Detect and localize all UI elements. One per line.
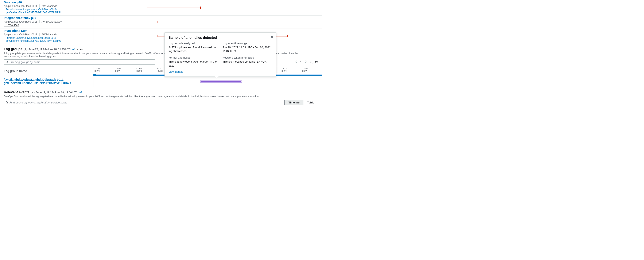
anomaly-row-latency: IntegrationLatency p90 ApigwLambdaDdbSta… bbox=[0, 15, 322, 28]
time-tick: 11:0006/20 bbox=[135, 66, 156, 74]
view-toggle: Timeline Table bbox=[284, 100, 318, 105]
section-daterange: June 20, 11:03–June 20, 11:45 UTC bbox=[29, 48, 71, 51]
svg-line-6 bbox=[317, 63, 318, 63]
toggle-table-button[interactable]: Table bbox=[304, 100, 318, 105]
divider bbox=[40, 4, 40, 7]
svg-line-3 bbox=[312, 63, 313, 63]
svg-point-0 bbox=[6, 61, 8, 63]
section-description: DevOps Guru evaluated the aggregated met… bbox=[4, 95, 302, 98]
chevron-right-icon bbox=[305, 60, 307, 63]
popover-keyword-label: Keyword token anomalies bbox=[222, 56, 272, 59]
popover-records-label: Log records analyzed bbox=[168, 42, 218, 45]
pagination: 1 bbox=[294, 60, 318, 64]
time-tick: 10:5906/20 bbox=[114, 66, 135, 74]
anomaly-title-link[interactable]: Duration p90 bbox=[4, 1, 90, 4]
anomaly-timeline-bar bbox=[158, 22, 219, 22]
section-title: Relevant events bbox=[4, 90, 30, 94]
new-badge: - new bbox=[77, 48, 83, 51]
popover-records-value: 34479 log lines and found 2 anomalous lo… bbox=[168, 45, 218, 53]
anomaly-namespace: AWS/ApiGateway bbox=[42, 20, 62, 23]
popover-keyword-value: This log message contains "ERROR". bbox=[222, 60, 272, 64]
popover-format-value: This is a new event type not seen in the… bbox=[168, 60, 218, 67]
section-title: Log groups bbox=[4, 47, 22, 51]
divider bbox=[40, 20, 40, 23]
svg-line-1 bbox=[8, 63, 8, 63]
section-count: (2) bbox=[30, 90, 35, 94]
anomaly-stack: ApigwLambdaDdbStack-0011 bbox=[4, 20, 37, 23]
page-number: 1 bbox=[300, 60, 302, 64]
events-search[interactable] bbox=[4, 100, 155, 105]
anomaly-row-duration: Duration p90 ApigwLambdaDdbStack-0011 AW… bbox=[0, 0, 322, 15]
anomaly-resources-link[interactable]: 2 resources bbox=[4, 23, 19, 27]
log-groups-search[interactable] bbox=[4, 59, 155, 65]
view-details-link[interactable]: View details bbox=[168, 70, 183, 73]
section-count: (1) bbox=[24, 47, 28, 51]
prev-page-button[interactable] bbox=[294, 60, 298, 64]
anomaly-stack: ApigwLambdaDdbStack-0011 bbox=[4, 33, 37, 36]
anomaly-title-link[interactable]: IntegrationLatency p90 bbox=[4, 16, 90, 19]
info-link[interactable]: Info bbox=[79, 91, 83, 94]
time-tick: 11:0706/20 bbox=[280, 66, 301, 74]
log-groups-search-input[interactable] bbox=[10, 60, 154, 64]
zoom-in-button[interactable] bbox=[315, 60, 318, 64]
popover-format-label: Format anomalies bbox=[168, 56, 218, 59]
zoom-out-button[interactable] bbox=[310, 60, 313, 64]
column-header-log-group-name: Log group name bbox=[0, 66, 93, 76]
time-tick: 10:5806/20 bbox=[94, 66, 114, 74]
anomaly-marker[interactable] bbox=[200, 80, 242, 83]
log-groups-section: Log groups (1) June 20, 11:03–June 20, 1… bbox=[0, 45, 322, 87]
anomaly-namespace: AWS/Lambda bbox=[42, 5, 57, 7]
anomaly-function-link[interactable]: FunctionName:ApigwLambdaDdbStack-0011-ge… bbox=[4, 36, 90, 42]
popover-close-button[interactable] bbox=[271, 35, 273, 39]
anomaly-function-link[interactable]: FunctionName:ApigwLambdaDdbStack-0011-ge… bbox=[4, 8, 90, 14]
popover-scan-value: Jun 20, 2022 11:03 UTC - Jun 20, 2022 11… bbox=[222, 45, 272, 53]
search-icon bbox=[6, 101, 8, 104]
anomaly-stack: ApigwLambdaDdbStack-0011 bbox=[4, 5, 37, 7]
toggle-timeline-button[interactable]: Timeline bbox=[285, 100, 304, 105]
popover-scan-label: Log scan time range bbox=[222, 42, 272, 45]
svg-line-12 bbox=[8, 103, 8, 104]
svg-point-11 bbox=[6, 102, 8, 103]
anomaly-timeline-bar bbox=[146, 7, 201, 8]
popover-title: Sample of anomalies detected bbox=[168, 36, 272, 40]
log-group-link[interactable]: /aws/lambda/ApigwLambdaDdbStack-0011-get… bbox=[4, 78, 71, 85]
zoom-in-icon bbox=[315, 60, 318, 64]
relevant-events-section: Relevant events (2) June 17, 19:27–June … bbox=[0, 88, 322, 107]
anomaly-namespace: AWS/Lambda bbox=[42, 33, 57, 36]
zoom-out-icon bbox=[310, 60, 313, 64]
close-icon bbox=[271, 36, 273, 38]
anomaly-popover: Sample of anomalies detected Log records… bbox=[164, 32, 276, 77]
divider bbox=[40, 33, 40, 36]
chevron-left-icon bbox=[295, 60, 297, 63]
events-search-input[interactable] bbox=[10, 101, 154, 104]
search-icon bbox=[6, 61, 8, 63]
next-page-button[interactable] bbox=[304, 60, 308, 64]
info-link[interactable]: Info bbox=[72, 48, 76, 51]
time-tick: 11:0806/20 bbox=[301, 66, 322, 74]
anomaly-title-link[interactable]: Invocations Sum bbox=[4, 29, 90, 32]
section-daterange: June 17, 19:27–June 20, 12:00 UTC bbox=[36, 91, 78, 94]
